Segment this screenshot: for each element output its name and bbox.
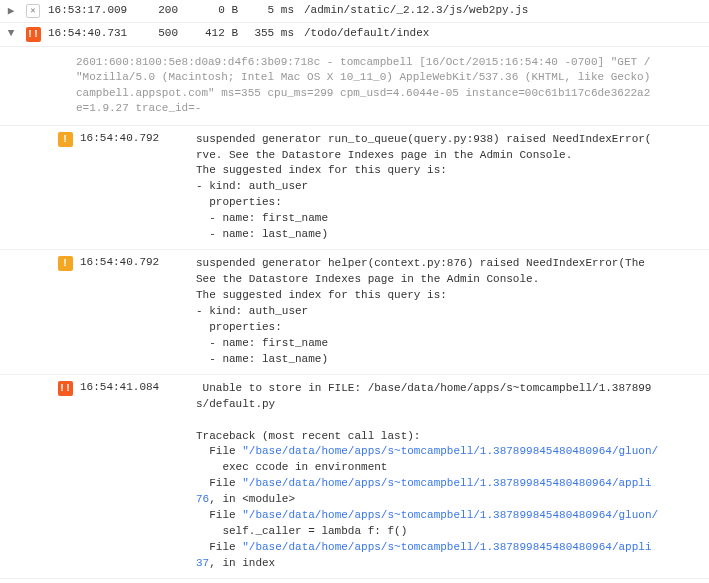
traceback-cell: Unable to store in FILE: /base/data/home… xyxy=(176,381,709,572)
log-row[interactable]: ▼ !! 16:54:40.731 500 412 B 355 ms /todo… xyxy=(0,23,709,47)
traceback-file-link[interactable]: "/base/data/home/apps/s~tomcampbell/1.38… xyxy=(242,509,658,521)
log-message: suspended generator helper(context.py:87… xyxy=(176,256,709,368)
error-icon: !! xyxy=(26,27,41,42)
level-icon-col: !! xyxy=(54,381,76,396)
traceback-line-number[interactable]: 76 xyxy=(196,493,209,505)
timestamp: 16:54:41.084 xyxy=(76,381,176,393)
request-path: /admin/static/_2.12.3/js/web2py.js xyxy=(304,4,709,16)
timestamp: 16:54:40.792 xyxy=(76,132,176,144)
timestamp: 16:53:17.009 xyxy=(44,4,144,16)
expand-toggle[interactable]: ▼ xyxy=(0,27,22,39)
status-x-icon: ✕ xyxy=(26,4,40,18)
traceback-line-number[interactable]: 37 xyxy=(196,557,209,569)
traceback-file-link[interactable]: "/base/data/home/apps/s~tomcampbell/1.38… xyxy=(242,541,651,553)
level-icon-col: ! xyxy=(54,132,76,147)
request-path: /todo/default/index xyxy=(304,27,709,39)
log-sub-row[interactable]: !! 16:54:41.084 Unable to store in FILE:… xyxy=(0,375,709,579)
error-icon: !! xyxy=(58,381,73,396)
duration: 5 ms xyxy=(244,4,304,16)
warn-icon: ! xyxy=(58,256,73,271)
level-icon-col: !! xyxy=(22,27,44,42)
log-sub-row[interactable]: ! 16:54:40.792 suspended generator helpe… xyxy=(0,250,709,375)
http-status: 200 xyxy=(144,4,184,16)
log-sub-row[interactable]: ! 16:54:40.792 suspended generator run_t… xyxy=(0,126,709,251)
bytes: 412 B xyxy=(184,27,244,39)
bytes: 0 B xyxy=(184,4,244,16)
level-icon-col: ! xyxy=(54,256,76,271)
request-detail-text: 2601:600:8100:5e8:d0a9:d4f6:3b09:718c - … xyxy=(0,47,709,126)
timestamp: 16:54:40.792 xyxy=(76,256,176,268)
http-status: 500 xyxy=(144,27,184,39)
traceback-file-link[interactable]: "/base/data/home/apps/s~tomcampbell/1.38… xyxy=(242,477,651,489)
log-row[interactable]: ▶ ✕ 16:53:17.009 200 0 B 5 ms /admin/sta… xyxy=(0,0,709,23)
expand-toggle[interactable]: ▶ xyxy=(0,4,22,17)
timestamp: 16:54:40.731 xyxy=(44,27,144,39)
log-message: suspended generator run_to_queue(query.p… xyxy=(176,132,709,244)
traceback-file-link[interactable]: "/base/data/home/apps/s~tomcampbell/1.38… xyxy=(242,445,658,457)
duration: 355 ms xyxy=(244,27,304,39)
warn-icon: ! xyxy=(58,132,73,147)
level-icon-col: ✕ xyxy=(22,4,44,18)
